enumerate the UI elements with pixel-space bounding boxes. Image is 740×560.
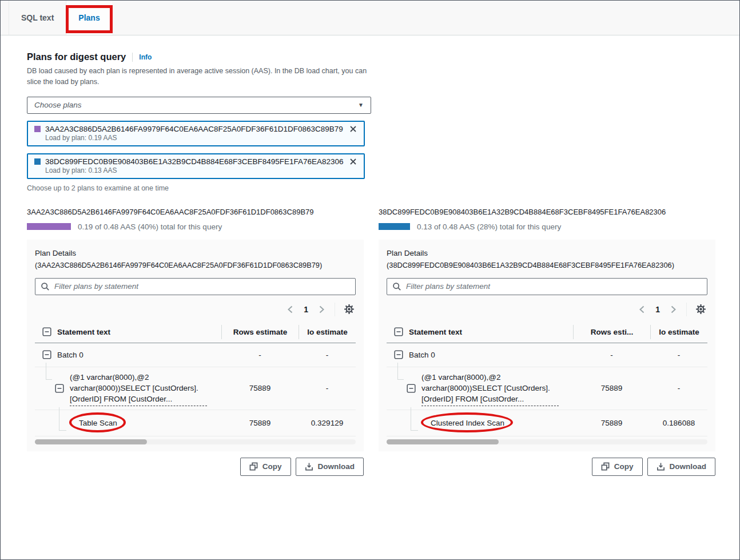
load-summary: 0.13 of 0.48 AAS (28%) total for this qu… — [417, 223, 561, 231]
plan-column-right: 38DC899FEDC0B9E908403B6E1A32B9CD4B884E68… — [379, 208, 715, 476]
col-statement-text[interactable]: Statement text — [409, 328, 462, 336]
gear-icon[interactable] — [344, 304, 355, 315]
plan-load-label: Load by plan: 0.19 AAS — [45, 134, 357, 142]
close-icon[interactable] — [345, 157, 357, 166]
rows-estimate-value: - — [221, 351, 299, 359]
col-rows-estimate[interactable]: Rows estimate — [221, 325, 299, 339]
table-row-statement[interactable]: (@1 varchar(8000),@2 varchar(8000))SELEC… — [387, 367, 707, 410]
plan-details-panel: Plan Details (3AA2A3C886D5A2B6146FA9979F… — [27, 240, 364, 451]
chevron-right-icon[interactable] — [669, 305, 678, 314]
plan-hash: 3AA2A3C886D5A2B6146FA9979F64C0EA6AAC8F25… — [45, 125, 343, 133]
filter-input-wrap — [35, 278, 356, 295]
scrollbar-thumb[interactable] — [35, 439, 147, 444]
plan-hash: 38DC899FEDC0B9E908403B6E1A32B9CD4B884E68… — [45, 157, 344, 166]
dropdown-placeholder: Choose plans — [34, 101, 82, 109]
col-rows-estimate[interactable]: Rows esti... — [573, 325, 650, 339]
horizontal-scrollbar — [35, 439, 356, 444]
page-description: DB load caused by each plan is represent… — [27, 66, 375, 88]
plan-details-hash: (3AA2A3C886D5A2B6146FA9979F64C0EA6AAC8F2… — [35, 260, 356, 271]
selected-plan-chip-1[interactable]: 3AA2A3C886D5A2B6146FA9979F64C0EA6AAC8F25… — [27, 121, 365, 146]
download-button[interactable]: Download — [647, 458, 716, 476]
info-link[interactable]: Info — [139, 53, 152, 61]
col-statement-text[interactable]: Statement text — [57, 328, 110, 336]
header-divider — [132, 53, 133, 62]
rows-estimate-value: - — [573, 351, 650, 359]
plan-color-swatch — [34, 126, 41, 132]
table-row-statement[interactable]: (@1 varchar(8000),@2 varchar(8000))SELEC… — [35, 367, 356, 410]
table-row-scan[interactable]: Clustered Index Scan 75889 0.186088 — [387, 410, 707, 436]
statement-label: Batch 0 — [409, 351, 435, 359]
collapse-icon[interactable] — [407, 384, 416, 393]
collapse-all-icon[interactable] — [42, 327, 51, 336]
statement-label: (@1 varchar(8000),@2 varchar(8000))SELEC… — [70, 373, 198, 403]
rows-estimate-value: 75889 — [573, 419, 650, 427]
header-row: Plans for digest query Info — [27, 51, 714, 62]
chevron-right-icon[interactable] — [317, 305, 326, 314]
load-bar — [27, 223, 71, 230]
collapse-icon[interactable] — [394, 350, 403, 359]
tab-strip: SQL text Plans — [1, 1, 739, 35]
search-icon — [41, 282, 50, 291]
page-number[interactable]: 1 — [304, 305, 308, 314]
filter-input-wrap — [387, 278, 707, 295]
choose-plans-dropdown[interactable]: Choose plans ▼ — [27, 97, 371, 114]
download-icon — [657, 462, 665, 471]
chevron-left-icon[interactable] — [638, 305, 647, 314]
load-summary: 0.19 of 0.48 AAS (40%) total for this qu… — [78, 223, 222, 231]
io-estimate-value: - — [650, 384, 707, 392]
load-bar — [379, 223, 410, 230]
gear-icon[interactable] — [695, 304, 706, 315]
table-row-batch[interactable]: Batch 0 - - — [387, 343, 707, 367]
selector-hint: Choose up to 2 plans to examine at one t… — [27, 184, 714, 192]
table-header-row: Statement text Rows esti... Io estimate — [387, 321, 707, 343]
io-estimate-value: 0.186088 — [650, 419, 707, 427]
chevron-left-icon[interactable] — [286, 305, 295, 314]
collapse-icon[interactable] — [55, 384, 64, 393]
plans-page: SQL text Plans Plans for digest query In… — [0, 0, 740, 560]
plan-details-title: Plan Details — [387, 248, 707, 260]
tab-plans-label: Plans — [78, 13, 100, 22]
io-estimate-value: - — [299, 351, 356, 359]
plan-columns: 3AA2A3C886D5A2B6146FA9979F64C0EA6AAC8F25… — [27, 208, 714, 476]
download-button[interactable]: Download — [296, 458, 364, 476]
tab-sql-text-label: SQL text — [21, 13, 54, 22]
copy-button[interactable]: Copy — [240, 458, 291, 476]
io-estimate-value: 0.329129 — [299, 419, 356, 427]
rows-estimate-value: 75889 — [221, 419, 299, 427]
table-row-scan[interactable]: Table Scan 75889 0.329129 — [35, 410, 356, 436]
table-row-batch[interactable]: Batch 0 - - — [35, 343, 356, 367]
col-io-estimate[interactable]: Io estimate — [299, 325, 356, 339]
table-header-row: Statement text Rows estimate Io estimate — [35, 321, 356, 343]
io-estimate-value: - — [650, 351, 707, 359]
plan-hash-title: 38DC899FEDC0B9E908403B6E1A32B9CD4B884E68… — [379, 208, 715, 216]
content-area: Plans for digest query Info DB load caus… — [1, 35, 739, 476]
copy-icon — [601, 462, 610, 471]
rows-estimate-value: 75889 — [221, 384, 299, 392]
plan-hash-title: 3AA2A3C886D5A2B6146FA9979F64C0EA6AAC8F25… — [27, 208, 364, 216]
page-number[interactable]: 1 — [655, 305, 660, 314]
download-icon — [305, 462, 313, 471]
collapse-all-icon[interactable] — [394, 327, 403, 336]
io-estimate-value: - — [299, 384, 356, 392]
col-io-estimate[interactable]: Io estimate — [650, 325, 707, 339]
horizontal-scrollbar — [387, 439, 707, 444]
plan-load-label: Load by plan: 0.13 AAS — [45, 166, 357, 174]
close-icon[interactable] — [345, 125, 357, 133]
scrollbar-thumb[interactable] — [387, 439, 499, 444]
page-title: Plans for digest query — [27, 51, 126, 62]
tab-sql-text[interactable]: SQL text — [9, 1, 66, 35]
copy-icon — [249, 462, 258, 471]
plan-table: Statement text Rows estimate Io estimate… — [35, 321, 356, 444]
selected-plan-chip-2[interactable]: 38DC899FEDC0B9E908403B6E1A32B9CD4B884E68… — [27, 153, 365, 179]
plan-color-swatch — [34, 158, 41, 165]
truncation-indicator — [421, 406, 559, 406]
truncation-indicator — [70, 406, 207, 406]
collapse-icon[interactable] — [42, 350, 51, 359]
filter-input[interactable] — [406, 282, 702, 291]
statement-label: (@1 varchar(8000),@2 varchar(8000))SELEC… — [421, 373, 550, 403]
statement-label: Batch 0 — [57, 351, 83, 359]
copy-button[interactable]: Copy — [592, 458, 643, 476]
filter-input[interactable] — [54, 282, 350, 291]
plan-table: Statement text Rows esti... Io estimate … — [387, 321, 707, 444]
tab-plans[interactable]: Plans — [66, 1, 112, 35]
